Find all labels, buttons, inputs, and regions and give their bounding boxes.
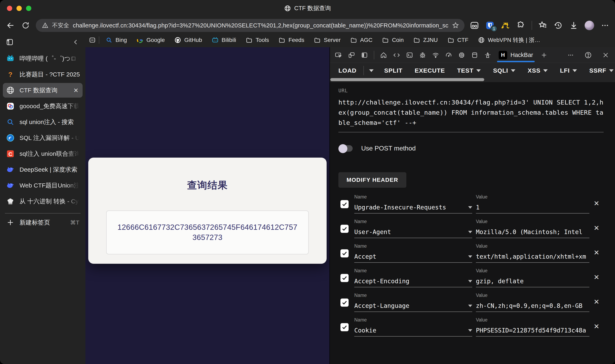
tab-deepseek[interactable]: DeepSeek | 深度求索 xyxy=(3,162,83,177)
header-value-field[interactable]: 1 xyxy=(476,204,589,211)
devtools-help-icon[interactable] xyxy=(582,49,594,61)
collapse-sidebar-icon[interactable] xyxy=(72,39,79,46)
menu-test[interactable]: TEST xyxy=(451,63,487,78)
name-dropdown-icon[interactable] xyxy=(468,329,472,332)
menu-load[interactable]: LOAD xyxy=(339,63,363,78)
bookmark-folder-server[interactable]: Server xyxy=(310,35,344,45)
header-enabled-checkbox[interactable] xyxy=(340,200,349,208)
debugger-bug-icon[interactable] xyxy=(417,49,428,61)
address-bar[interactable]: 不安全 challenge.ilovectf.cn:30434/flag.php… xyxy=(36,19,465,32)
devtools-close-icon[interactable] xyxy=(600,49,611,61)
tab-csdn-union-query[interactable]: C sql注入 union联合查询注入 xyxy=(3,146,83,161)
welcome-tab-icon[interactable] xyxy=(378,49,389,61)
bookmark-folder-zjnu[interactable]: ZJNU xyxy=(410,35,441,45)
header-enabled-checkbox[interactable] xyxy=(340,249,349,258)
reading-list-icon[interactable] xyxy=(89,36,96,44)
lighthouse-tab-icon[interactable] xyxy=(482,49,493,61)
menu-load-dropdown[interactable] xyxy=(365,63,378,78)
header-enabled-checkbox[interactable] xyxy=(340,323,349,331)
remove-header-icon[interactable]: ✕ xyxy=(589,248,604,257)
remove-header-icon[interactable]: ✕ xyxy=(589,273,604,281)
bitwarden-extension-icon[interactable]: 1 xyxy=(485,21,495,30)
remove-header-icon[interactable]: ✕ xyxy=(589,298,604,306)
memory-chip-icon[interactable] xyxy=(456,49,467,61)
tab-sql-union-search[interactable]: sql union注入 - 搜索 xyxy=(3,115,83,129)
menu-split[interactable]: SPLIT xyxy=(378,63,409,78)
favorites-icon[interactable] xyxy=(538,21,548,30)
bookmark-folder-tools[interactable]: Tools xyxy=(242,35,272,45)
menu-sqli[interactable]: SQLI xyxy=(487,63,522,78)
network-wifi-icon[interactable] xyxy=(430,49,441,61)
performance-gauge-icon[interactable] xyxy=(443,49,454,61)
menu-lfi[interactable]: LFI xyxy=(554,63,583,78)
application-storage-icon[interactable] xyxy=(469,49,480,61)
downloads-icon[interactable] xyxy=(569,21,578,30)
history-icon[interactable] xyxy=(554,21,563,30)
goggles-extension-icon[interactable] xyxy=(470,21,479,30)
remove-header-icon[interactable]: ✕ xyxy=(589,224,604,232)
menu-xss[interactable]: XSS xyxy=(522,63,554,78)
header-name-field[interactable]: User-Agent xyxy=(354,228,466,235)
tab-baidu-download[interactable]: gooood_免费高速下载|百度 xyxy=(3,99,83,114)
header-value-field[interactable]: text/html,application/xhtml+xm xyxy=(476,253,589,260)
bookmark-folder-agc[interactable]: AGC xyxy=(347,35,376,45)
bookmark-bilibili[interactable]: Bilibili xyxy=(208,35,240,45)
name-dropdown-icon[interactable] xyxy=(468,255,472,258)
header-name-field[interactable]: Accept-Encoding xyxy=(354,278,466,285)
name-dropdown-icon[interactable] xyxy=(468,206,472,209)
extensions-puzzle-icon[interactable] xyxy=(516,21,525,30)
minimize-window-button[interactable] xyxy=(16,6,22,11)
devtools-menu-dots-icon[interactable] xyxy=(565,49,576,61)
menu-scrollbar-thumb[interactable] xyxy=(330,78,484,81)
browser-menu-icon[interactable] xyxy=(600,21,610,30)
name-dropdown-icon[interactable] xyxy=(468,305,472,307)
tab-ctf-query-active[interactable]: CTF 数据查询 ✕ xyxy=(3,83,83,98)
back-button[interactable] xyxy=(6,21,15,30)
tab-webctf-union[interactable]: Web CTF题目Union注入下 xyxy=(3,178,83,193)
bookmark-star-icon[interactable] xyxy=(452,22,459,29)
header-value-field[interactable]: Mozilla/5.0 (Macintosh; Intel xyxy=(476,228,589,235)
bookmark-folder-feeds[interactable]: Feeds xyxy=(275,35,308,45)
profile-avatar[interactable] xyxy=(585,21,594,30)
close-window-button[interactable] xyxy=(7,6,12,11)
tampermonkey-cat-extension-icon[interactable] xyxy=(501,21,510,30)
remove-header-icon[interactable]: ✕ xyxy=(589,199,604,208)
inspect-element-icon[interactable] xyxy=(333,49,344,61)
header-enabled-checkbox[interactable] xyxy=(340,274,349,282)
url-field-value[interactable]: http://challenge.ilovectf.cn:30434/flag.… xyxy=(339,97,604,128)
modify-header-button[interactable]: MODIFY HEADER xyxy=(339,172,406,188)
post-method-toggle[interactable] xyxy=(339,144,354,153)
more-tabs-plus-icon[interactable] xyxy=(538,49,550,61)
tab-ctf2025[interactable]: ? 比赛题目 - ?CTF 2025 xyxy=(3,67,83,82)
name-dropdown-icon[interactable] xyxy=(468,280,472,283)
zoom-window-button[interactable] xyxy=(26,6,31,11)
remove-header-icon[interactable]: ✕ xyxy=(589,322,604,330)
hackbar-tab[interactable]: H HackBar xyxy=(495,47,537,63)
tab-actions-icon[interactable] xyxy=(6,38,14,46)
header-name-field[interactable]: Upgrade-Insecure-Requests xyxy=(354,204,466,211)
header-value-field[interactable]: gzip, deflate xyxy=(476,278,589,285)
url-text[interactable]: challenge.ilovectf.cn:30434/flag.php?id=… xyxy=(73,22,448,29)
bookmark-google[interactable]: Google xyxy=(133,35,168,45)
close-tab-icon[interactable]: ✕ xyxy=(72,87,80,94)
header-enabled-checkbox[interactable] xyxy=(340,225,349,233)
dock-side-icon[interactable] xyxy=(359,49,370,61)
bookmark-github[interactable]: GitHub xyxy=(171,35,205,45)
tab-sql-injection-detail[interactable]: SQL 注入漏洞详解 - Union xyxy=(3,130,83,145)
reload-button[interactable] xyxy=(21,21,30,30)
console-tab-icon[interactable] xyxy=(404,49,415,61)
new-tab-button[interactable]: 新建标签页 ⌘T xyxy=(3,215,83,230)
bookmark-folder-coin[interactable]: Coin xyxy=(379,35,407,45)
name-dropdown-icon[interactable] xyxy=(468,231,472,233)
header-name-field[interactable]: Accept xyxy=(354,253,466,260)
elements-tab-icon[interactable] xyxy=(391,49,402,61)
header-name-field[interactable]: Cookie xyxy=(354,327,466,334)
security-chip[interactable]: 不安全 xyxy=(52,22,69,29)
header-name-field[interactable]: Accept-Language xyxy=(354,302,466,309)
menu-ssrf[interactable]: SSRF xyxy=(583,63,615,78)
device-toolbar-icon[interactable] xyxy=(346,49,357,61)
tab-bilibili[interactable]: 哔哩哔哩 (゜-゜)つロ 干杯~ xyxy=(3,51,83,66)
bookmark-webvpn[interactable]: WebVPN 转换 | 浙… xyxy=(474,35,543,45)
bookmark-bing[interactable]: Bing xyxy=(102,35,130,45)
header-value-field[interactable]: zh-CN,zh;q=0.9,en;q=0.8,en-GB xyxy=(476,302,589,309)
